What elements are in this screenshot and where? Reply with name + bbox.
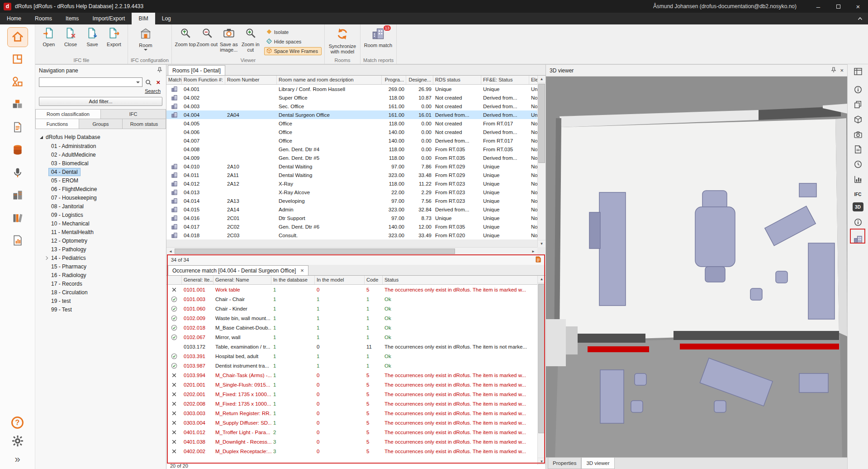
- tree-item-01[interactable]: 01 - Administration: [35, 142, 166, 150]
- room-row-04.002[interactable]: 04.002Super Office118.0010.87Not created…: [166, 93, 537, 102]
- tree-item-11[interactable]: 11 - MentalHealth: [35, 228, 166, 236]
- occurrence-row-0303.004[interactable]: 0303.004M_Supply Diffuser: SD...105The o…: [166, 418, 545, 427]
- occurrence-column-model[interactable]: In the model: [315, 276, 365, 284]
- search-link[interactable]: Search: [41, 88, 161, 94]
- room-row-04.013[interactable]: 04.013X-Ray Alcove22.002.29From RT.023Un…: [166, 188, 537, 196]
- items-module-button[interactable]: [7, 72, 28, 92]
- room-row-04.014[interactable]: 04.0142A13Developing97.007.56From RT.023…: [166, 196, 537, 205]
- rooms-column-function[interactable]: Room Function #:: [182, 76, 225, 84]
- 3d-mode-button[interactable]: 3D: [853, 202, 863, 211]
- viewer-pin-icon[interactable]: [831, 67, 836, 74]
- add-filter-button[interactable]: Add filter...: [39, 97, 162, 106]
- zoom-out-button[interactable]: Zoom out: [196, 26, 218, 56]
- tree-item-14[interactable]: 14 - Pediatrics: [35, 254, 166, 262]
- pin-icon[interactable]: [157, 67, 162, 74]
- tree-item-10[interactable]: 10 - Mechanical: [35, 219, 166, 228]
- ribbon-collapse-icon[interactable]: [856, 15, 863, 22]
- occurrence-tab-close-icon[interactable]: ×: [300, 268, 304, 273]
- scroll-left-icon[interactable]: ◄: [166, 249, 172, 254]
- room-row-04.009[interactable]: 04.009Gen. Dent. Dtr #5118.000.00From RT…: [166, 153, 537, 162]
- tree-item-08[interactable]: 08 - Janitorial: [35, 202, 166, 211]
- tree-item-99[interactable]: 99 - Test: [35, 305, 166, 314]
- rooms-module-button[interactable]: [7, 50, 28, 70]
- zoom-top-button[interactable]: Zoom top: [175, 26, 196, 56]
- menu-tab-import-export[interactable]: Import/Export: [85, 13, 132, 24]
- ifc-info-icon[interactable]: [853, 218, 863, 227]
- tree-item-09[interactable]: 09 - Logistics: [35, 211, 166, 219]
- occurrence-row-0101.060[interactable]: 0101.060Chair - Kinder111Ok: [166, 304, 545, 313]
- occ-scroll-down-icon[interactable]: ▼: [538, 458, 545, 465]
- occurrence-column-database[interactable]: In the database: [271, 276, 315, 284]
- menu-tab-rooms[interactable]: Rooms: [28, 13, 59, 24]
- rooms-column-name[interactable]: Room name and room description: [277, 76, 382, 84]
- occurrence-row-0102.009[interactable]: 0102.009Waste bin, wall mount...111Ok: [166, 313, 545, 323]
- tree-item-12[interactable]: 12 - Optometry: [35, 236, 166, 245]
- rooms-horizontal-scrollbar[interactable]: ◄ ►: [166, 247, 537, 255]
- menu-tab-items[interactable]: Items: [59, 13, 85, 24]
- camera-icon[interactable]: [853, 130, 863, 139]
- tree-root-expanded-icon[interactable]: [40, 136, 43, 139]
- room-row-04.006[interactable]: 04.006Office140.000.00Not createdDerived…: [166, 128, 537, 136]
- ifc-close-button[interactable]: Close: [60, 26, 81, 56]
- rooms-vertical-scrollbar[interactable]: ▲ ▼: [537, 76, 545, 247]
- occurrence-row-0103.987[interactable]: 0103.987Dentist instrument tra...111Ok: [166, 361, 545, 370]
- occurrence-column-name[interactable]: General: Name: [213, 276, 271, 284]
- occurrence-column-code[interactable]: Code: [365, 276, 383, 284]
- scroll-up-icon[interactable]: ▲: [538, 76, 545, 83]
- tab-occurrence-match[interactable]: Occurrence match [04.004 - Dental Surgeo…: [168, 265, 308, 275]
- tab-properties[interactable]: Properties: [548, 458, 581, 469]
- ifc-open-button[interactable]: Open: [38, 26, 60, 56]
- rooms-column-match[interactable]: Match: [166, 76, 182, 84]
- scroll-down-icon[interactable]: ▼: [538, 240, 545, 247]
- home-module-button[interactable]: [7, 27, 28, 47]
- zoom-in-cut-button[interactable]: Zoom in cut: [240, 26, 261, 56]
- menu-tab-bim[interactable]: BIM: [132, 13, 155, 24]
- room-row-04.012[interactable]: 04.0122A12X-Ray118.0011.22From RT.023Uni…: [166, 179, 537, 188]
- occurrence-column-status[interactable]: Status: [383, 276, 545, 284]
- settings-gear-icon[interactable]: [12, 435, 24, 448]
- tree-item-18[interactable]: 18 - Circulation: [35, 288, 166, 297]
- tree-item-02[interactable]: 02 - AdultMedicine: [35, 150, 166, 159]
- tree-root[interactable]: dRofus Help Database: [35, 133, 166, 142]
- occ-scrollbar-thumb[interactable]: [538, 284, 545, 433]
- occurrence-row-0401.012[interactable]: 0401.012M_Troffer Light - Para...205The …: [166, 427, 545, 437]
- expand-rail-icon[interactable]: »: [14, 455, 20, 464]
- tree-item-04[interactable]: 04 - Dental: [35, 168, 166, 176]
- menu-tab-log[interactable]: Log: [155, 13, 178, 24]
- occurrence-row-0102.067[interactable]: 0102.067Mirror, wall111Ok: [166, 332, 545, 342]
- room-row-04.004[interactable]: 04.0042A04Dental Surgeon Office161.0016.…: [166, 110, 537, 119]
- occurrence-row-0103.391[interactable]: 0103.391Hospital bed, adult111Ok: [166, 351, 545, 361]
- synchronize-with-model-button[interactable]: Synchronize with model: [327, 26, 357, 56]
- occurrence-column-item[interactable]: General: Ite...: [182, 276, 213, 284]
- room-row-04.005[interactable]: 04.005Office118.000.00Not createdFrom RT…: [166, 119, 537, 128]
- status-report-icon[interactable]: [536, 256, 541, 263]
- room-row-04.007[interactable]: 04.007Office140.000.00Derived from...Fro…: [166, 136, 537, 145]
- buildings-module-button[interactable]: [7, 186, 28, 206]
- 3d-scene[interactable]: [546, 77, 848, 458]
- tab-groups[interactable]: Groups: [79, 119, 123, 129]
- help-icon[interactable]: ?: [11, 416, 24, 429]
- tree-expand-icon[interactable]: [43, 255, 49, 261]
- space-wire-frames-toggle[interactable]: Space Wire Frames: [264, 47, 322, 55]
- occurrence-row-0303.003[interactable]: 0303.003M_Return Register: RR...105The o…: [166, 408, 545, 418]
- tab-3d-viewer[interactable]: 3D viewer: [581, 458, 614, 469]
- save-as-image-button[interactable]: Save as image...: [218, 26, 240, 56]
- room-row-04.015[interactable]: 04.0152A14Admin323.0032.84Derived from..…: [166, 205, 537, 214]
- occurrence-row-0102.018[interactable]: 0102.018M_Base Cabinet-Doub...111Ok: [166, 323, 545, 332]
- tree-item-07[interactable]: 07 - Housekeeping: [35, 193, 166, 202]
- reports-module-button[interactable]: [7, 231, 28, 251]
- occurrence-row-0202.001[interactable]: 0202.001M_Fixed: 1735 x 1000...105The oc…: [166, 389, 545, 399]
- close-button[interactable]: ×: [848, 0, 868, 13]
- room-match-panel-icon[interactable]: [853, 235, 863, 244]
- hide-spaces-toggle[interactable]: Hide spaces: [264, 38, 322, 46]
- isolate-toggle[interactable]: Isolate: [264, 28, 322, 36]
- occurrence-row-0103.994[interactable]: 0103.994M_Chair-Task (Arms) -...105The o…: [166, 370, 545, 380]
- viewer-close-icon[interactable]: ×: [840, 67, 844, 74]
- room-row-04.001[interactable]: 04.001Library / Conf. Room Hassell269.00…: [166, 85, 537, 93]
- document-icon[interactable]: [853, 145, 863, 154]
- room-row-04.017[interactable]: 04.0172C02Gen. Dent. Dtr #6140.0012.00Fr…: [166, 222, 537, 231]
- room-row-04.011[interactable]: 04.0112A11Dental Waiting323.0033.48From …: [166, 171, 537, 179]
- documents-module-button[interactable]: [7, 118, 28, 138]
- tree-item-06[interactable]: 06 - FlightMedicine: [35, 185, 166, 193]
- occurrence-row-0101.003[interactable]: 0101.003Chair - Chair111Ok: [166, 294, 545, 304]
